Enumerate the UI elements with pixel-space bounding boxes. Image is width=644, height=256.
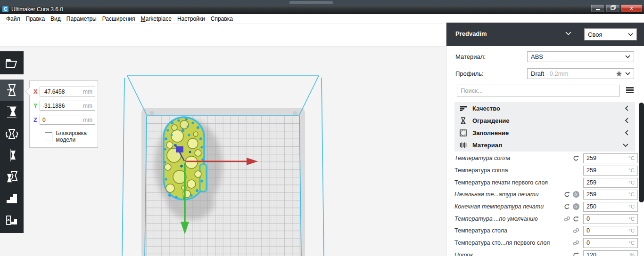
setting-value-box[interactable]: 259°C (583, 190, 638, 200)
menu-help[interactable]: Справка (208, 14, 236, 24)
setting-value-box[interactable]: 259°C (583, 178, 638, 188)
material-dropdown[interactable]: ABS (527, 51, 634, 62)
minimize-button[interactable] (591, 5, 605, 13)
lock-model-label: Блокировка модели (56, 130, 98, 143)
material-label: Материал: (455, 53, 486, 60)
settings-menu-icon[interactable] (626, 87, 634, 94)
quality-layers-icon (459, 105, 467, 112)
chevron-down-icon (625, 55, 630, 58)
shell-icon (459, 117, 467, 124)
setting-row-initial-print-temp[interactable]: Начальная те...атура печати fx 259°C (446, 189, 638, 200)
printer-name[interactable]: Predvadim (455, 30, 487, 37)
lock-model-checkbox[interactable] (45, 132, 52, 141)
tool-rotate[interactable] (0, 123, 24, 144)
menu-edit[interactable]: Правка (23, 14, 48, 24)
setting-categories: Качество Ограждение Заполнение (454, 102, 635, 152)
tool-scale[interactable] (0, 101, 24, 123)
setting-row-final-print-temp[interactable]: Конечная температура печати fx 250°C (446, 201, 638, 212)
printer-chevron-down-icon[interactable] (565, 32, 571, 35)
mirror-tool-icon (5, 149, 18, 162)
restore-button[interactable] (606, 5, 620, 13)
function-icon[interactable]: fx (572, 203, 580, 210)
setting-row-flow[interactable]: Поток 120% (446, 249, 638, 256)
link-icon[interactable] (572, 240, 580, 246)
tool-strip (0, 80, 24, 233)
profile-label: Профиль: (455, 70, 484, 77)
setting-value-box[interactable]: 120% (583, 250, 638, 256)
tool-move[interactable] (0, 80, 24, 101)
chevron-down-icon (628, 33, 633, 36)
setting-row-initial-layer-temp[interactable]: Температура печати первого слоя 259°C (446, 177, 638, 188)
z-position-input[interactable]: 0mm (40, 115, 95, 125)
menu-marketplace[interactable]: Marketplace (138, 14, 174, 24)
x-axis-label: X (33, 88, 40, 95)
tool-per-model-settings[interactable] (0, 166, 24, 188)
material-lines-icon (459, 142, 467, 149)
open-file-button[interactable] (0, 51, 24, 74)
menu-file[interactable]: Файл (3, 14, 23, 24)
revert-icon[interactable] (572, 216, 580, 222)
chevron-left-icon (625, 105, 628, 111)
tool-support-blocker-alt[interactable] (0, 209, 24, 231)
close-button[interactable]: x (621, 5, 642, 13)
stairs-x-icon (6, 214, 18, 226)
tool-mirror[interactable] (0, 144, 24, 166)
category-material[interactable]: Материал (454, 139, 635, 151)
revert-icon[interactable] (572, 155, 580, 161)
category-quality[interactable]: Качество (454, 102, 635, 114)
menu-extensions[interactable]: Расширения (99, 14, 138, 24)
open-folder-icon (5, 57, 18, 69)
link-icon[interactable] (572, 228, 580, 233)
setting-row-nozzle-temp[interactable]: Температура сопла 259°C (446, 165, 638, 176)
tool-support-blocker[interactable] (0, 188, 24, 209)
z-axis-label: Z (33, 116, 40, 123)
scrollbar-thumb[interactable] (639, 103, 644, 202)
background-window-title-blur (289, 1, 333, 4)
revert-icon[interactable] (563, 192, 571, 198)
menu-preferences[interactable]: Настройки (174, 14, 208, 24)
viewport-3d[interactable]: X -47.6458mm Y -31.1886mm Z 0mm Блокиров… (0, 46, 446, 256)
background-window-strip (0, 0, 644, 5)
setting-value-box[interactable]: 0°C (583, 238, 638, 248)
z-axis-handle[interactable] (176, 146, 183, 152)
category-infill[interactable]: Заполнение (454, 127, 635, 139)
minimize-icon (596, 9, 600, 10)
window-title: Ultimaker Cura 3.6.0 (11, 6, 63, 13)
restore-icon (611, 5, 616, 10)
y-axis-label: Y (33, 102, 40, 109)
menu-settings[interactable]: Параметры (64, 14, 99, 24)
profile-dropdown[interactable]: Draft - 0.2mm (527, 68, 634, 79)
setting-value-box[interactable]: 259°C (583, 153, 638, 163)
search-input[interactable]: Поиск... (457, 85, 620, 96)
revert-icon[interactable] (572, 252, 580, 256)
variant-dropdown[interactable]: Своя (584, 28, 637, 40)
settings-body: Материал: ABS Профиль: Draft - 0.2mm Пои… (446, 46, 644, 256)
setting-value-box[interactable]: 259°C (583, 166, 638, 176)
chevron-left-icon (625, 130, 628, 136)
stairs-icon (6, 193, 18, 204)
cura-app-icon: C (2, 6, 8, 12)
function-icon[interactable]: fx (572, 191, 580, 198)
setting-row-bed-temp-initial-layer[interactable]: Температура сто...ля первого слоя 0°C (446, 237, 638, 248)
setting-value-box[interactable]: 250°C (583, 202, 638, 212)
build-plate-scene (0, 47, 446, 256)
chevron-down-icon (623, 144, 628, 147)
setting-row-default-bed-temp[interactable]: Температура ...по умолчанию 0°C (446, 213, 638, 224)
star-icon[interactable] (616, 71, 622, 77)
menu-view[interactable]: Вид (48, 14, 64, 24)
title-bar[interactable]: C Ultimaker Cura 3.6.0 x (0, 5, 644, 14)
link-icon[interactable] (563, 216, 571, 222)
setting-value-box[interactable]: 0°C (583, 214, 638, 224)
settings-scrollbar[interactable] (638, 46, 644, 256)
chevron-down-icon (625, 72, 630, 75)
y-position-input[interactable]: -31.1886mm (40, 101, 95, 111)
printer-header: Predvadim Своя (446, 23, 644, 46)
setting-row-nozzle-temp-resolved[interactable]: Температура сопла 259°C (446, 152, 638, 164)
menu-bar: Файл Правка Вид Параметры Расширения Mar… (0, 14, 644, 24)
revert-icon[interactable] (563, 204, 571, 210)
setting-row-bed-temp[interactable]: Температура стола 0°C (446, 225, 638, 236)
category-shell[interactable]: Ограждение (454, 114, 635, 127)
rotate-tool-icon (5, 127, 19, 140)
x-position-input[interactable]: -47.6458mm (40, 87, 95, 96)
setting-value-box[interactable]: 0°C (583, 226, 638, 236)
